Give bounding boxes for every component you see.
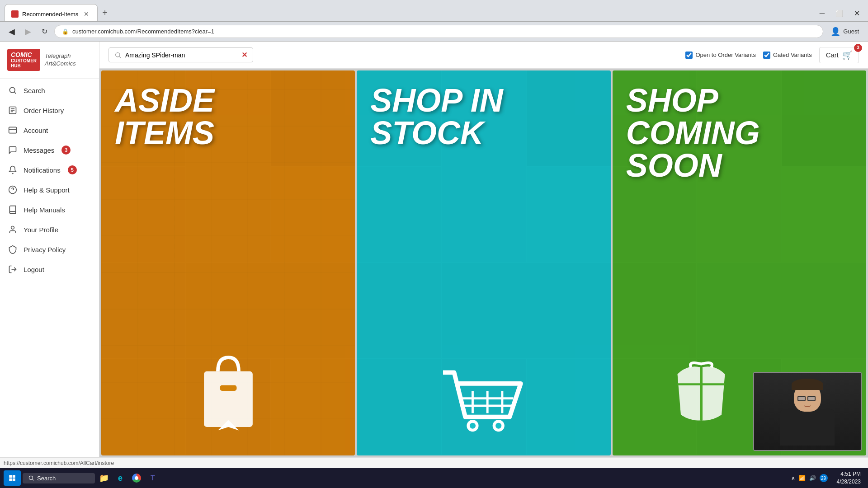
taskbar-clock[interactable]: 4:51 PM 4/28/2023: [833, 470, 864, 486]
order-history-icon: [7, 105, 18, 116]
active-tab[interactable]: Recommended-Items ✕: [5, 4, 98, 21]
partner-logo: TelegraphArt&Comics: [45, 52, 76, 68]
svg-rect-14: [204, 371, 253, 427]
sidebar-item-help-manuals[interactable]: Help Manuals: [0, 200, 99, 220]
open-to-order-option: Open to Order Variants: [685, 52, 755, 59]
search-bar[interactable]: ✕: [108, 47, 253, 62]
back-button[interactable]: ◀: [5, 25, 18, 38]
svg-point-12: [116, 52, 120, 56]
messages-icon: [7, 145, 18, 155]
right-panel: ✕ Open to Order Variants Gated Variants …: [99, 42, 868, 457]
profile-icon: 👤: [830, 27, 840, 37]
search-sidebar-icon: [7, 85, 18, 96]
tab-favicon: [11, 10, 19, 18]
gated-variants-label: Gated Variants: [773, 52, 812, 58]
search-input[interactable]: [125, 52, 238, 59]
new-tab-button[interactable]: +: [98, 4, 112, 21]
package-icon: [670, 361, 733, 428]
sidebar-label-help-support: Help & Support: [24, 186, 70, 194]
taskbar-time: 4:51 PM: [837, 470, 861, 478]
messages-badge: 3: [61, 145, 71, 155]
network-icon: 📶: [799, 475, 806, 481]
shop-coming-soon-card[interactable]: SHOP COMING SOON: [613, 70, 866, 455]
taskbar-app-chrome[interactable]: [129, 471, 144, 485]
browser-chrome: Recommended-Items ✕ + ─ ⬜ ✕: [0, 0, 868, 22]
reload-button[interactable]: ↻: [38, 25, 51, 38]
tab-close-icon[interactable]: ✕: [82, 9, 91, 19]
taskbar-app-file-explorer[interactable]: 📁: [97, 471, 111, 485]
status-bar: https://customer.comichub.com/AllCart/in…: [0, 457, 868, 468]
privacy-policy-icon: [7, 244, 18, 255]
notifications-badge: 5: [68, 165, 77, 174]
start-button[interactable]: [4, 470, 21, 486]
sidebar-label-logout: Logout: [24, 266, 44, 273]
address-bar-row: ◀ ▶ ↻ 🔒 customer.comichub.com/Recommende…: [0, 22, 868, 42]
sidebar-item-account[interactable]: Account: [0, 120, 99, 140]
profile-area[interactable]: 👤 Guest: [827, 25, 863, 38]
tab-title: Recommended-Items: [22, 11, 78, 18]
app-header: ✕ Open to Order Variants Gated Variants …: [99, 42, 868, 69]
cart-icon-large: [439, 365, 529, 446]
taskbar-app-teams[interactable]: T: [146, 471, 160, 485]
svg-line-13: [119, 56, 121, 58]
sidebar-item-order-history[interactable]: Order History: [0, 100, 99, 120]
chevron-icon[interactable]: ∧: [791, 475, 795, 481]
logout-icon: [7, 264, 18, 275]
svg-point-0: [9, 88, 15, 93]
help-manuals-icon: [7, 204, 18, 215]
open-to-order-label: Open to Order Variants: [695, 52, 755, 58]
close-button[interactable]: ✕: [850, 8, 863, 19]
notifications-icon: [7, 164, 18, 175]
svg-line-1: [14, 92, 16, 94]
sidebar-item-privacy-policy[interactable]: Privacy Policy: [0, 239, 99, 259]
open-to-order-checkbox[interactable]: [685, 52, 693, 59]
aside-items-title: ASIDE ITEMS: [101, 70, 355, 149]
sidebar-item-your-profile[interactable]: Your Profile: [0, 220, 99, 239]
sidebar-label-notifications: Notifications: [24, 166, 61, 174]
search-clear-icon[interactable]: ✕: [241, 51, 247, 59]
sidebar-item-logout[interactable]: Logout: [0, 259, 99, 279]
svg-point-10: [11, 226, 14, 230]
forward-button[interactable]: ▶: [22, 25, 34, 38]
status-url: https://customer.comichub.com/AllCart/in…: [4, 460, 114, 466]
sidebar-label-help-manuals: Help Manuals: [24, 206, 65, 214]
taskbar-app-edge[interactable]: e: [113, 471, 127, 485]
sidebar: COMIC CUSTOMER HUB TelegraphArt&Comics S…: [0, 42, 99, 457]
cart-button[interactable]: Cart 🛒 3: [819, 47, 859, 63]
taskbar-system-tray: ∧ 📶 🔊 29: [788, 474, 831, 482]
svg-rect-15: [220, 385, 236, 391]
gated-variants-option: Gated Variants: [763, 52, 812, 59]
sidebar-item-search[interactable]: Search: [0, 80, 99, 100]
search-bar-icon: [114, 52, 122, 59]
cart-icon: 🛒: [842, 50, 852, 60]
notification-badge: 29: [820, 474, 828, 482]
address-url: customer.comichub.com/RecommendedItems?c…: [72, 28, 214, 35]
cart-label: Cart: [826, 51, 839, 59]
svg-point-26: [29, 476, 33, 479]
aside-items-card[interactable]: ASIDE ITEMS: [101, 70, 355, 455]
sidebar-label-your-profile: Your Profile: [24, 226, 58, 234]
shop-in-stock-card[interactable]: SHOP IN STOCK: [357, 70, 610, 455]
your-profile-icon: [7, 224, 18, 235]
gated-variants-checkbox[interactable]: [763, 52, 770, 59]
profile-label: Guest: [843, 28, 859, 35]
sidebar-item-help-support[interactable]: Help & Support: [0, 180, 99, 200]
logo-badge: COMIC CUSTOMER HUB: [7, 49, 40, 71]
taskbar-search-label: Search: [37, 475, 56, 482]
taskbar-search[interactable]: Search: [23, 473, 95, 483]
restore-button[interactable]: ⬜: [832, 9, 847, 18]
help-support-icon: [7, 184, 18, 195]
app-container: COMIC CUSTOMER HUB TelegraphArt&Comics S…: [0, 42, 868, 457]
address-bar[interactable]: 🔒 customer.comichub.com/RecommendedItems…: [54, 25, 823, 38]
sidebar-label-search: Search: [24, 87, 45, 94]
sidebar-label-order-history: Order History: [24, 107, 64, 114]
svg-line-27: [33, 479, 34, 481]
sidebar-item-messages[interactable]: Messages 3: [0, 140, 99, 160]
minimize-button[interactable]: ─: [816, 9, 828, 19]
sidebar-item-notifications[interactable]: Notifications 5: [0, 160, 99, 180]
svg-rect-6: [9, 127, 17, 133]
svg-point-25: [495, 423, 501, 429]
logo-area: COMIC CUSTOMER HUB TelegraphArt&Comics: [0, 42, 99, 79]
taskbar-date: 4/28/2023: [837, 478, 861, 486]
cart-badge: 3: [854, 44, 862, 52]
